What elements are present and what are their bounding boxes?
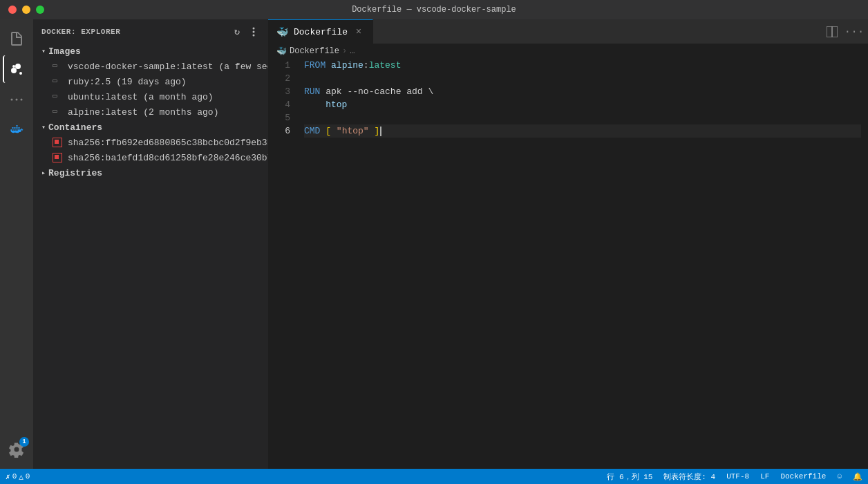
code-area[interactable]: FROM alpine : latest RUN apk --no-cache … <box>301 59 861 469</box>
activity-icon-gear[interactable]: 1 <box>3 436 30 463</box>
image-label-2: ubuntu:latest (a month ago) <box>68 92 214 102</box>
image-item-3[interactable]: ▭ alpine:latest (2 months ago) <box>33 104 268 120</box>
images-arrow: ▾ <box>41 47 46 55</box>
containers-arrow: ▾ <box>41 123 46 131</box>
activity-bar: 1 <box>0 19 33 469</box>
pkg-htop: htop <box>326 98 347 111</box>
split-editor-button[interactable] <box>824 24 840 40</box>
activity-icon-source-control[interactable] <box>3 55 30 83</box>
activity-icon-extensions[interactable] <box>3 86 30 113</box>
keyword-run: RUN <box>304 85 320 98</box>
sidebar-title: DOCKER: EXPLORER <box>41 28 120 36</box>
image-item-1[interactable]: ▭ ruby:2.5 (19 days ago) <box>33 74 268 89</box>
registries-arrow: ▸ <box>41 169 46 177</box>
container-icon-1 <box>53 152 64 163</box>
status-position[interactable]: 行 6，列 15 <box>601 469 658 484</box>
line-num-2: 2 <box>268 72 296 85</box>
line-num-3: 3 <box>268 85 296 98</box>
status-encoding[interactable]: UTF-8 <box>721 469 755 484</box>
bracket-open: [ <box>326 124 331 138</box>
image-item-0[interactable]: ▭ vscode-docker-sample:latest (a few sec… <box>33 59 268 74</box>
registries-section-header[interactable]: ▸ Registries <box>33 165 268 180</box>
keyword-cmd: CMD <box>304 124 320 138</box>
status-smile[interactable]: ☺ <box>831 469 847 484</box>
warning-count: 0 <box>26 472 30 481</box>
line-num-4: 4 <box>268 98 296 111</box>
code-line-3: RUN apk --no-cache add \ <box>304 85 861 98</box>
breadcrumb-file[interactable]: Dockerfile <box>290 46 339 56</box>
smile-icon: ☺ <box>837 472 842 481</box>
container-item-1[interactable]: sha256:ba1efd1d8cd61258bfe28e246ce30b7… <box>33 150 268 165</box>
sidebar-header: DOCKER: EXPLORER ↻ <box>33 19 268 44</box>
error-icon: ✗ <box>6 472 10 481</box>
status-left: ✗ 0 △ 0 <box>0 469 35 484</box>
line-num-1: 1 <box>268 59 296 72</box>
editor-area: 🐳 Dockerfile × ··· 🐳 Dockerfile › … 1 2 <box>268 19 868 469</box>
tabsize-text: 制表符长度: 4 <box>663 472 715 482</box>
titlebar: Dockerfile — vscode-docker-sample <box>0 0 868 19</box>
svg-point-1 <box>11 99 13 101</box>
container-label-1: sha256:ba1efd1d8cd61258bfe28e246ce30b7… <box>68 153 268 163</box>
breadcrumb-sep: › <box>342 46 347 56</box>
cmd-value: "htop" <box>337 124 369 138</box>
image-name: alpine <box>331 59 364 72</box>
maximize-button[interactable] <box>36 6 44 14</box>
tab-docker-icon: 🐳 <box>276 26 288 38</box>
language-text: Dockerfile <box>780 472 826 481</box>
code-line-5 <box>304 111 861 124</box>
tab-bar-right: ··· <box>824 24 868 40</box>
minimize-button[interactable] <box>22 6 30 14</box>
image-label-0: vscode-docker-sample:latest (a few secon… <box>68 62 268 72</box>
keyword-from: FROM <box>304 59 326 72</box>
tab-bar: 🐳 Dockerfile × ··· <box>268 19 868 44</box>
tab-dockerfile[interactable]: 🐳 Dockerfile × <box>268 19 373 44</box>
run-args: apk --no-cache add \ <box>326 85 433 98</box>
text-cursor <box>380 127 381 136</box>
containers-section-header[interactable]: ▾ Containers <box>33 120 268 135</box>
image-icon-3: ▭ <box>53 106 64 118</box>
status-right: 行 6，列 15 制表符长度: 4 UTF-8 LF Dockerfile ☺ … <box>601 469 868 484</box>
more-options-button[interactable] <box>247 26 260 38</box>
sidebar: DOCKER: EXPLORER ↻ ▾ Images ▭ vscode-doc… <box>33 19 268 469</box>
breadcrumb-file-icon: 🐳 <box>276 46 287 57</box>
status-eol[interactable]: LF <box>755 469 775 484</box>
image-icon-0: ▭ <box>53 61 64 72</box>
code-line-2 <box>304 72 861 85</box>
sidebar-actions: ↻ <box>231 26 260 38</box>
minimap <box>861 59 868 469</box>
main-container: 1 DOCKER: EXPLORER ↻ ▾ Images ▭ vscode-d… <box>0 19 868 469</box>
registries-label: Registries <box>48 168 102 178</box>
editor[interactable]: 1 2 3 4 5 6 FROM alpine : latest RUN <box>268 59 868 469</box>
svg-point-2 <box>21 99 23 101</box>
breadcrumb-rest: … <box>350 46 355 56</box>
image-label-3: alpine:latest (2 months ago) <box>68 107 218 118</box>
container-label-0: sha256:ffb692ed6880865c38bcbc0d2f9eb3b… <box>68 138 268 148</box>
activity-bar-bottom: 1 <box>3 436 30 469</box>
encoding-text: UTF-8 <box>726 472 749 481</box>
image-item-2[interactable]: ▭ ubuntu:latest (a month ago) <box>33 89 268 104</box>
image-icon-1: ▭ <box>53 76 64 87</box>
refresh-button[interactable]: ↻ <box>231 26 243 38</box>
containers-label: Containers <box>48 122 102 133</box>
bell-icon: 🔔 <box>853 472 862 481</box>
code-line-4: htop <box>304 98 861 111</box>
breadcrumb: 🐳 Dockerfile › … <box>268 44 868 59</box>
sidebar-content: ▾ Images ▭ vscode-docker-sample:latest (… <box>33 44 268 469</box>
code-line-6: CMD [ "htop" ] <box>304 124 861 138</box>
status-language[interactable]: Dockerfile <box>775 469 831 484</box>
images-section-header[interactable]: ▾ Images <box>33 44 268 59</box>
more-editor-actions[interactable]: ··· <box>846 24 862 40</box>
line-num-6: 6 <box>268 124 296 138</box>
container-item-0[interactable]: sha256:ffb692ed6880865c38bcbc0d2f9eb3b… <box>33 135 268 150</box>
status-tabsize[interactable]: 制表符长度: 4 <box>658 469 721 484</box>
close-button[interactable] <box>8 6 17 14</box>
image-tag: latest <box>369 59 402 72</box>
status-bell[interactable]: 🔔 <box>847 469 868 484</box>
activity-icon-files[interactable] <box>3 25 30 53</box>
status-errors[interactable]: ✗ 0 △ 0 <box>0 469 35 484</box>
activity-icon-docker[interactable] <box>3 116 30 144</box>
eol-text: LF <box>760 472 769 481</box>
window-title: Dockerfile — vscode-docker-sample <box>352 5 516 15</box>
position-text: 行 6，列 15 <box>607 472 652 482</box>
tab-close-button[interactable]: × <box>353 26 364 37</box>
